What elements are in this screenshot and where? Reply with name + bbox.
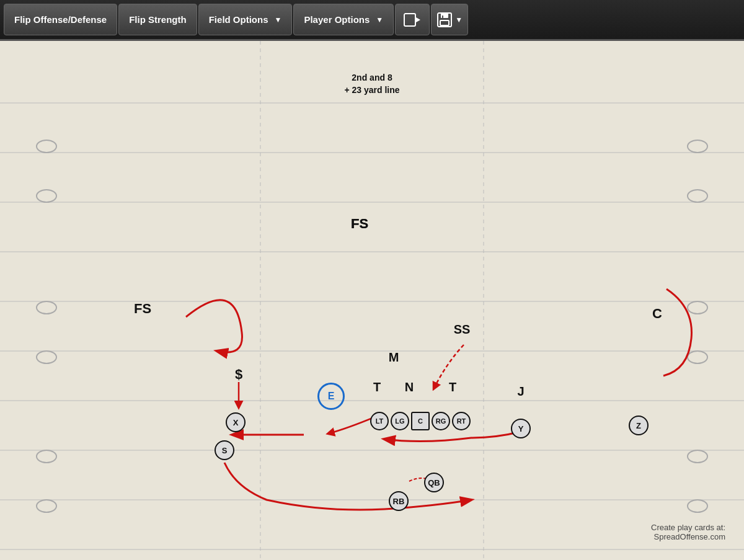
watermark-line1: Create play cards at: xyxy=(651,523,725,532)
player-t-left: T xyxy=(373,380,381,394)
down-line1: 2nd and 8 xyxy=(344,72,399,84)
player-lg: LG xyxy=(391,412,409,430)
player-s: S xyxy=(215,440,234,460)
player-n: N xyxy=(405,380,414,394)
player-m: M xyxy=(389,350,399,365)
save-chevron: ▼ xyxy=(455,16,463,24)
svg-rect-3 xyxy=(441,13,448,18)
player-options-chevron: ▼ xyxy=(376,16,383,24)
player-lt: LT xyxy=(370,412,389,430)
player-c-offense: C xyxy=(411,412,430,430)
player-e: E xyxy=(317,383,345,410)
flip-strength-button[interactable]: Flip Strength xyxy=(118,4,197,35)
player-ss: SS xyxy=(454,322,471,337)
svg-rect-5 xyxy=(442,16,443,18)
field-options-chevron: ▼ xyxy=(275,16,282,24)
field-lines-svg xyxy=(0,41,744,560)
flip-offense-button[interactable]: Flip Offense/Defense xyxy=(4,4,117,35)
player-dollar: $ xyxy=(235,367,242,383)
down-info: 2nd and 8 + 23 yard line xyxy=(344,72,399,96)
player-c-right: C xyxy=(652,306,662,322)
football-field: 2nd and 8 + 23 yard line xyxy=(0,41,744,560)
down-line2: + 23 yard line xyxy=(344,84,399,97)
watermark: Create play cards at: SpreadOffense.com xyxy=(651,523,725,541)
player-x: X xyxy=(226,412,246,432)
field-options-button[interactable]: Field Options ▼ xyxy=(198,4,293,35)
save-button[interactable]: ▼ xyxy=(431,4,468,35)
svg-rect-0 xyxy=(404,14,415,26)
player-y: Y xyxy=(511,419,531,438)
player-options-button[interactable]: Player Options ▼ xyxy=(293,4,394,35)
player-rt: RT xyxy=(452,412,471,430)
player-rb: RB xyxy=(389,491,409,511)
player-z: Z xyxy=(629,416,649,435)
player-rg: RG xyxy=(432,412,450,430)
toolbar: Flip Offense/Defense Flip Strength Field… xyxy=(0,0,744,41)
player-t-right: T xyxy=(449,380,456,394)
svg-marker-1 xyxy=(416,17,420,22)
svg-rect-4 xyxy=(440,20,449,25)
player-j: J xyxy=(517,384,524,399)
player-fs-label: FS xyxy=(351,216,368,232)
watermark-line2: SpreadOffense.com xyxy=(651,532,725,541)
player-qb: QB xyxy=(424,473,444,492)
player-c-left: FS xyxy=(134,301,151,317)
svg-rect-6 xyxy=(0,41,744,560)
video-button[interactable] xyxy=(395,4,430,35)
